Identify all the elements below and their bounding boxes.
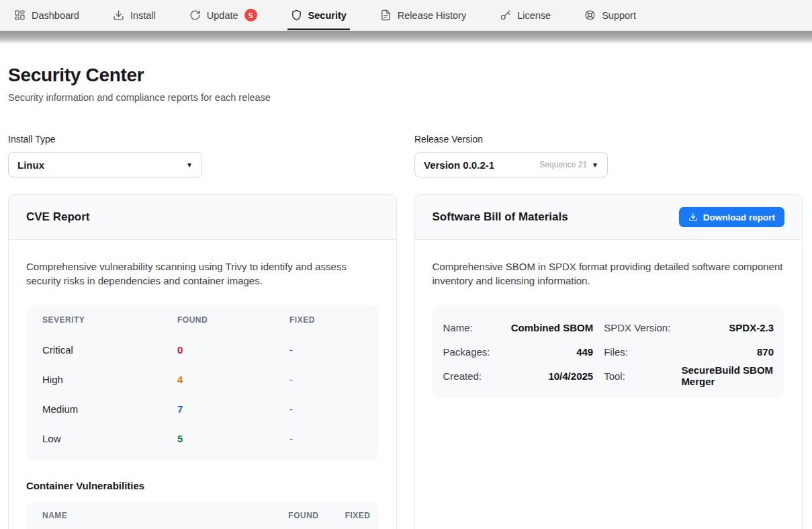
severity-label: High <box>42 374 177 385</box>
top-navigation: Dashboard Install Update 5 Security Rele… <box>0 0 812 31</box>
column-header-found: FOUND <box>259 511 319 520</box>
nav-item-dashboard[interactable]: Dashboard <box>11 0 83 30</box>
sbom-info-label: Packages: <box>443 339 490 364</box>
container-vulnerabilities-header: NAME FOUND FIXED <box>26 501 379 529</box>
nav-item-license[interactable]: License <box>496 0 554 30</box>
cve-report-card: CVE Report Comprehensive vulnerability s… <box>8 194 397 529</box>
release-version-select[interactable]: Version 0.0.2-1 Sequence 21 ▼ <box>414 152 608 177</box>
container-vulnerabilities-title: Container Vulnerabilities <box>26 480 379 491</box>
sbom-info-label: Name: <box>443 315 490 339</box>
sbom-card-header: Software Bill of Materials Download repo… <box>415 195 803 240</box>
sbom-info-label: Tool: <box>604 364 670 388</box>
severity-label: Low <box>42 433 177 444</box>
life-buoy-icon <box>584 9 596 21</box>
nav-item-label: Release History <box>398 10 466 21</box>
nav-item-label: Dashboard <box>32 10 79 21</box>
nav-item-label: Update <box>207 10 238 21</box>
found-count: 7 <box>177 403 289 415</box>
release-version-label: Release Version <box>414 134 608 145</box>
nav-item-security[interactable]: Security <box>287 0 350 30</box>
cve-description: Comprehensive vulnerability scanning usi… <box>26 259 379 288</box>
sbom-info-label: SPDX Version: <box>604 315 670 339</box>
filters-row: Install Type Linux ▼ Release Version Ver… <box>8 134 803 177</box>
cve-card-title: CVE Report <box>26 210 89 224</box>
sbom-info-label: Files: <box>604 339 670 364</box>
sbom-info-label: Created: <box>443 364 490 388</box>
chevron-down-icon: ▼ <box>186 161 193 169</box>
table-row: Low 5 - <box>26 423 379 453</box>
column-header-severity: SEVERITY <box>42 315 177 325</box>
sbom-description: Comprehensive SBOM in SPDX format provid… <box>433 259 785 288</box>
install-type-label: Install Type <box>8 134 202 145</box>
install-type-value: Linux <box>17 159 186 171</box>
nav-item-label: Support <box>602 10 636 21</box>
fixed-count: - <box>289 403 379 415</box>
nav-item-support[interactable]: Support <box>581 0 639 30</box>
document-icon <box>380 9 392 21</box>
fixed-count: - <box>289 374 379 385</box>
sbom-info-value: 870 <box>681 339 774 364</box>
release-version-value: Version 0.0.2-1 <box>424 159 539 171</box>
fixed-count: - <box>289 433 379 444</box>
severity-label: Critical <box>42 344 177 356</box>
found-count: 4 <box>177 374 289 385</box>
main-content: Security Center Security information and… <box>0 65 812 529</box>
dashboard-grid-icon <box>14 9 26 21</box>
sbom-info-value: Combined SBOM <box>501 315 594 339</box>
fixed-count: - <box>289 344 379 356</box>
column-header-name: NAME <box>42 511 259 520</box>
download-icon <box>113 9 124 21</box>
severity-table-header: SEVERITY FOUND FIXED <box>26 305 379 335</box>
download-button-label: Download report <box>703 212 775 222</box>
column-header-found: FOUND <box>177 315 289 325</box>
table-row: High 4 - <box>26 364 379 394</box>
column-header-fixed: FIXED <box>289 315 379 325</box>
nav-item-release-history[interactable]: Release History <box>377 0 469 30</box>
nav-item-label: Security <box>308 10 347 21</box>
key-icon <box>500 9 511 21</box>
nav-shadow-band <box>0 31 812 44</box>
nav-item-update[interactable]: Update 5 <box>186 0 261 30</box>
found-count: 5 <box>177 433 289 444</box>
page-subtitle: Security information and compliance repo… <box>8 92 803 103</box>
chevron-down-icon: ▼ <box>592 161 598 169</box>
nav-item-label: Install <box>130 10 156 21</box>
severity-label: Medium <box>42 403 177 415</box>
sbom-info-value: SPDX-2.3 <box>681 315 774 339</box>
page-title: Security Center <box>8 65 803 86</box>
sbom-info-value: 10/4/2025 <box>501 364 594 388</box>
sbom-info-value: SecureBuild SBOM Merger <box>681 364 774 388</box>
cve-card-header: CVE Report <box>9 195 396 240</box>
severity-table: SEVERITY FOUND FIXED Critical 0 - High 4… <box>26 305 379 461</box>
download-icon <box>688 212 698 222</box>
nav-item-install[interactable]: Install <box>109 0 159 30</box>
install-type-select[interactable]: Linux ▼ <box>8 152 202 177</box>
table-row: Medium 7 - <box>26 394 379 423</box>
release-sequence-label: Sequence 21 <box>539 160 587 169</box>
download-report-button[interactable]: Download report <box>679 207 784 227</box>
update-count-badge: 5 <box>244 9 257 22</box>
sbom-card: Software Bill of Materials Download repo… <box>414 194 803 529</box>
sbom-info-value: 449 <box>501 339 594 364</box>
column-header-fixed: FIXED <box>319 511 371 520</box>
sbom-card-title: Software Bill of Materials <box>433 210 568 224</box>
nav-item-label: License <box>517 10 551 21</box>
sbom-info-grid: Name: Combined SBOM SPDX Version: SPDX-2… <box>433 305 785 398</box>
found-count: 0 <box>177 344 289 356</box>
shield-icon <box>291 9 302 21</box>
table-row: Critical 0 - <box>26 335 379 364</box>
refresh-icon <box>189 9 201 21</box>
